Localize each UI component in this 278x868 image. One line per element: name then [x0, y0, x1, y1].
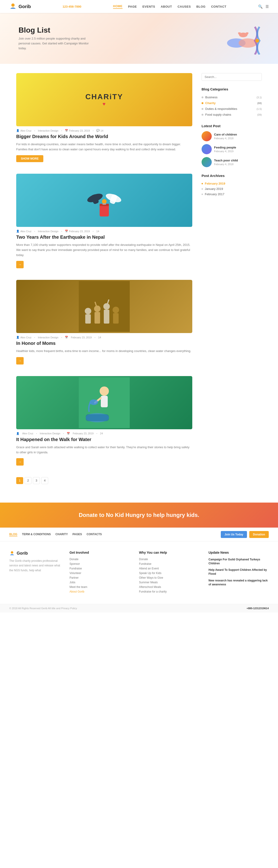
footer-link-blog[interactable]: BLOG — [9, 533, 18, 536]
svg-rect-26 — [101, 396, 108, 407]
footer-why-summer[interactable]: Summer Meals — [139, 581, 199, 584]
post-author-1: 👤 Alex Cruz — [16, 129, 31, 132]
post-title-1[interactable]: Bigger Dreams for Kids Around the World — [16, 133, 192, 140]
calendar-icon: 📅 — [65, 129, 68, 132]
footer-logo-icon — [9, 551, 15, 556]
post-category-1: Interaction Design — [38, 129, 59, 132]
post-image-2 — [16, 174, 192, 227]
footer-link-contacts[interactable]: CONTACTS — [87, 533, 102, 536]
icon-button-3[interactable]: → — [16, 357, 24, 365]
classroom-illustration — [79, 281, 130, 332]
archive-feb-2019[interactable]: February 2019 — [201, 181, 262, 186]
post-title-2[interactable]: Two Years After the Earthquake in Nepal — [16, 234, 192, 240]
latest-post-3[interactable]: Teach poor child February 4, 2018 — [201, 157, 262, 167]
search-button[interactable]: 🔍 — [258, 4, 263, 9]
hero-title: Blog List — [19, 26, 97, 34]
footer-link-volunteer[interactable]: Volunteer — [70, 571, 130, 575]
icon-button-4[interactable]: → — [16, 458, 24, 466]
post-excerpt-3: Healthier kids, more frequent births, ex… — [16, 348, 192, 353]
post-category-2: Interaction Design — [38, 230, 59, 233]
post-card-3: 👤 Alex Cruz • Interaction Design • 📅 Feb… — [16, 280, 192, 364]
footer-brand-desc: The Gorib charity provides professional … — [9, 559, 60, 572]
nav-about[interactable]: ABOUT — [161, 5, 172, 8]
archive-feb-2017[interactable]: February 2017 — [201, 191, 262, 197]
svg-point-14 — [85, 308, 91, 314]
post-excerpt-2: More than 7,100 charity water supporters… — [16, 242, 192, 258]
footer-link-charity[interactable]: CHARITY — [55, 533, 68, 536]
post-title-3[interactable]: In Honor of Moms — [16, 340, 192, 346]
nav-phone[interactable]: 123-456-7890 — [62, 5, 81, 8]
donate-banner-text: Donate to No Kid Hungry to help hungry k… — [9, 512, 269, 518]
logo[interactable]: Gorib — [9, 3, 31, 10]
footer-why-speak[interactable]: Speak Up for Kids — [139, 571, 199, 575]
archive-jan-2019[interactable]: January 2019 — [201, 186, 262, 191]
blog-categories-section: Blog Categories Business (3.1) Charity (… — [201, 87, 262, 118]
hero-section: Blog List Join over 2.5 million people s… — [0, 13, 278, 64]
footer-link-donate[interactable]: Donate — [70, 558, 130, 561]
search-input[interactable] — [201, 73, 262, 81]
footer-link-jobs[interactable]: Jobs — [70, 581, 130, 584]
nav-contact[interactable]: CONTACT — [211, 5, 226, 8]
footer-why-help-title: Why You can Help — [139, 551, 199, 554]
archives-section: Post Archives February 2019 January 2019… — [201, 174, 262, 197]
post-card-4: 👤 Alex Cruz • Interaction Design • 📅 Feb… — [16, 376, 192, 466]
show-more-button-1[interactable]: Show More — [16, 155, 43, 162]
footer-link-team[interactable]: Meet the team — [70, 585, 130, 589]
page-btn-1[interactable]: 1 — [16, 477, 23, 484]
footer-why-other[interactable]: Other Ways to Give — [139, 576, 199, 579]
page-btn-3[interactable]: 3 — [33, 477, 40, 484]
footer-link-fundraise[interactable]: Fundraise — [70, 567, 130, 570]
svg-rect-19 — [104, 310, 109, 323]
hero-text: Blog List Join over 2.5 million people s… — [19, 26, 97, 51]
latest-post-date-3: February 4, 2018 — [214, 163, 238, 165]
footer-news-link-1[interactable]: Campaign For Guild Orphaned Turkeys Chil… — [208, 558, 260, 565]
footer-link-sponsor[interactable]: Sponsor — [70, 562, 130, 565]
sidebar-search — [201, 73, 262, 81]
icon-button-2[interactable]: → — [16, 261, 24, 268]
footer-news-1: Campaign For Guild Orphaned Turkeys Chil… — [208, 558, 269, 565]
footer-grid: Gorib The Gorib charity provides profess… — [9, 551, 269, 595]
footer-phone: +880-12312319614 — [247, 607, 269, 610]
footer-why-event[interactable]: Attend an Event — [139, 567, 199, 570]
footer: Gorib The Gorib charity provides profess… — [0, 541, 278, 604]
footer-why-donate[interactable]: Donate — [139, 558, 199, 561]
footer-why-fundraise[interactable]: Fundraise — [139, 562, 199, 565]
nav-page[interactable]: PAGE — [128, 5, 137, 8]
footer-why-charity[interactable]: Fundraise for a charity — [139, 590, 199, 593]
page-btn-2[interactable]: 2 — [25, 477, 31, 484]
latest-avatar-2 — [201, 144, 212, 154]
svg-point-22 — [113, 307, 119, 313]
page-btn-4[interactable]: 4 — [41, 477, 48, 484]
logo-icon — [9, 3, 17, 10]
footer-link-terms[interactable]: TERM & CONDITIONS — [22, 533, 51, 536]
latest-post-2[interactable]: Feeding people February 4, 2019 — [201, 144, 262, 154]
category-business[interactable]: Business (3.1) — [201, 94, 262, 100]
nav-blog[interactable]: BLOG — [196, 5, 206, 8]
latest-post-title-2: Feeding people — [214, 146, 236, 150]
footer-why-afterschool[interactable]: Afterschool Meals — [139, 585, 199, 589]
latest-post-1[interactable]: Care of children February 4, 2018 — [201, 131, 262, 141]
footer-link-pages[interactable]: PAGES — [73, 533, 82, 536]
footer-link-partner[interactable]: Partner — [70, 576, 130, 579]
nav-events[interactable]: EVENTS — [142, 5, 155, 8]
donation-button[interactable]: Donation — [249, 531, 269, 538]
svg-rect-23 — [113, 313, 119, 323]
category-food[interactable]: Food supply chains (09) — [201, 112, 262, 118]
post-image-4 — [16, 376, 192, 429]
footer-link-about[interactable]: About Gorib — [70, 590, 130, 593]
menu-button[interactable]: ☰ — [266, 4, 269, 9]
svg-rect-12 — [103, 203, 106, 205]
latest-post-date-2: February 4, 2019 — [214, 150, 236, 153]
nav-causes[interactable]: CAUSES — [177, 5, 191, 8]
category-duties[interactable]: Duties & responsibilities (1.5) — [201, 106, 262, 112]
post-title-4[interactable]: It Happened on the Walk for Water — [16, 436, 192, 442]
categories-title: Blog Categories — [201, 87, 262, 91]
nav-home[interactable]: HOME — [113, 4, 122, 9]
category-charity[interactable]: Charity (88) — [201, 100, 262, 106]
footer-news-link-3[interactable]: New research has revealed a staggering l… — [208, 579, 268, 586]
footer-nav-buttons: Join Us Today Donation — [221, 531, 269, 538]
join-button[interactable]: Join Us Today — [221, 531, 247, 538]
latest-posts-section: Lotest Post Care of children February 4,… — [201, 124, 262, 167]
footer-news-link-2[interactable]: Help Award To Support Children Affected … — [208, 568, 267, 576]
post-author-2: 👤 Alex Cruz — [16, 230, 31, 233]
